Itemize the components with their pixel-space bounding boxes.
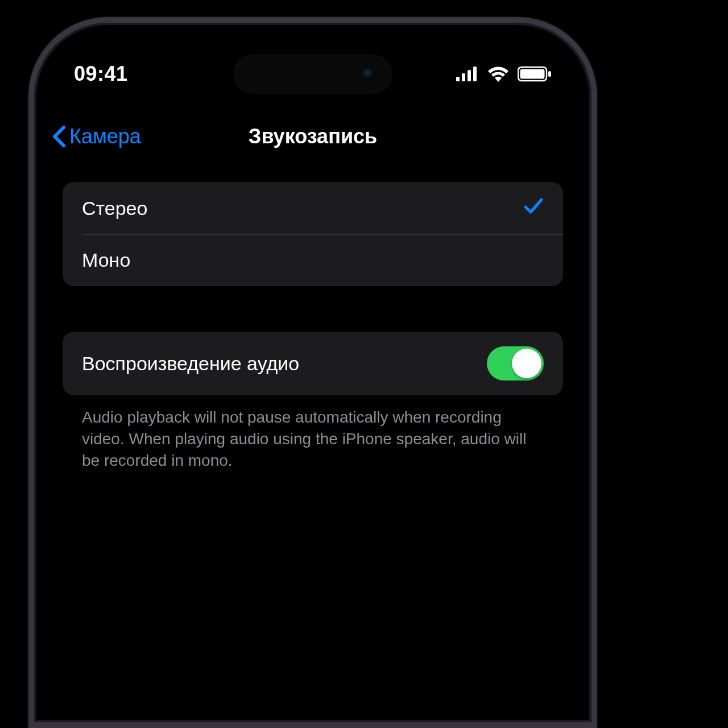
recording-mode-group: Стерео Моно bbox=[63, 182, 563, 286]
chevron-left-icon bbox=[51, 125, 66, 148]
nav-header: Камера Звукозапись bbox=[34, 119, 592, 154]
dynamic-island bbox=[233, 54, 392, 94]
option-stereo[interactable]: Стерео bbox=[63, 182, 563, 234]
footer-description: Audio playback will not pause automatica… bbox=[63, 395, 563, 471]
page-title: Звукозапись bbox=[249, 125, 377, 148]
cellular-icon bbox=[456, 67, 479, 81]
audio-playback-toggle[interactable] bbox=[487, 346, 544, 380]
row-label: Воспроизведение аудио bbox=[82, 353, 299, 375]
svg-rect-1 bbox=[462, 73, 465, 81]
svg-rect-2 bbox=[468, 70, 471, 81]
checkmark-icon bbox=[523, 197, 544, 220]
audio-playback-group: Воспроизведение аудио bbox=[63, 332, 563, 395]
battery-icon bbox=[518, 66, 552, 82]
svg-rect-6 bbox=[548, 71, 551, 77]
back-button[interactable]: Камера bbox=[51, 125, 141, 148]
option-label: Стерео bbox=[82, 197, 147, 220]
content: Стерео Моно Воспроизведение аудио Audio bbox=[63, 182, 563, 471]
option-label: Моно bbox=[82, 249, 130, 271]
audio-playback-row[interactable]: Воспроизведение аудио bbox=[63, 332, 563, 395]
phone-frame: 09:41 bbox=[28, 17, 597, 728]
spacer bbox=[63, 286, 563, 332]
svg-rect-3 bbox=[473, 67, 477, 81]
svg-rect-0 bbox=[456, 77, 460, 81]
front-camera-icon bbox=[362, 67, 375, 81]
wifi-icon bbox=[487, 66, 510, 82]
back-label: Камера bbox=[69, 125, 141, 148]
option-mono[interactable]: Моно bbox=[63, 234, 563, 286]
status-indicators bbox=[456, 66, 552, 82]
status-time: 09:41 bbox=[74, 62, 128, 86]
toggle-knob bbox=[512, 349, 541, 378]
svg-rect-5 bbox=[520, 69, 545, 79]
